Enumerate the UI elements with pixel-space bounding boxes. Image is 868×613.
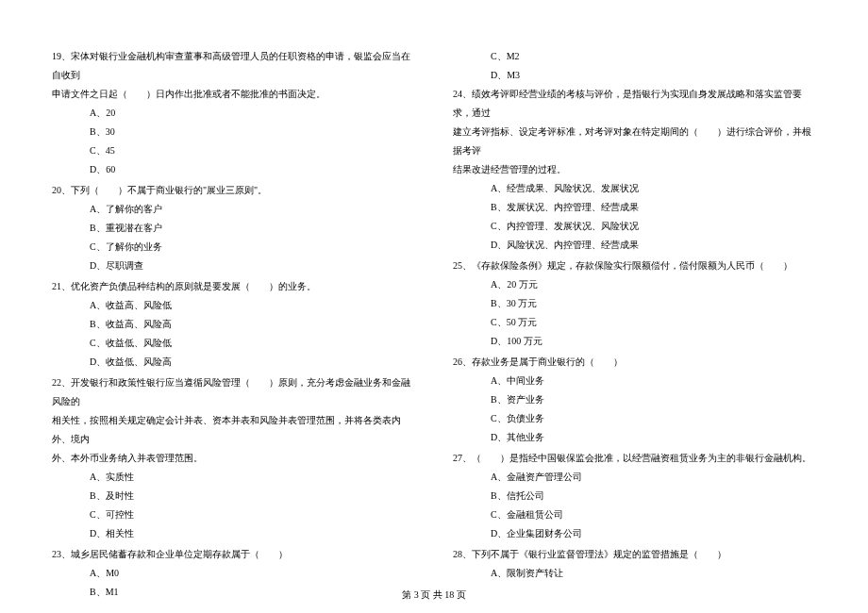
option-b: B、及时性 — [52, 487, 415, 505]
option-d: D、风险状况、内控管理、经营成果 — [453, 236, 816, 255]
option-a: A、收益高、风险低 — [52, 296, 415, 315]
question-continuation: 外、本外币业务纳入并表管理范围。 — [52, 449, 415, 468]
option-b: B、资产业务 — [453, 390, 816, 409]
option-d: D、其他业务 — [453, 428, 816, 447]
option-d: D、相关性 — [52, 524, 415, 543]
question-text: 23、城乡居民储蓄存款和企业单位定期存款属于（ ） — [52, 545, 415, 564]
question-19: 19、宋体对银行业金融机构审查董事和高级管理人员的任职资格的申请，银监会应当在自… — [52, 47, 415, 179]
option-a: A、金融资产管理公司 — [453, 468, 816, 487]
question-22: 22、开发银行和政策性银行应当遵循风险管理（ ）原则，充分考虑金融业务和金融风险… — [52, 373, 415, 543]
question-27: 27、（ ）是指经中国银保监会批准，以经营融资租赁业务为主的非银行金融机构。 A… — [453, 449, 816, 543]
option-b: B、发展状况、内控管理、经营成果 — [453, 198, 816, 217]
option-b: B、30 万元 — [453, 294, 816, 313]
question-24: 24、绩效考评即经营业绩的考核与评价，是指银行为实现自身发展战略和落实监管要求，… — [453, 85, 816, 255]
question-continuation: 申请文件之日起（ ）日内作出批准或者不能批准的书面决定。 — [52, 85, 415, 104]
question-text: 19、宋体对银行业金融机构审查董事和高级管理人员的任职资格的申请，银监会应当在自… — [52, 47, 415, 85]
question-text: 27、（ ）是指经中国银保监会批准，以经营融资租赁业务为主的非银行金融机构。 — [453, 449, 816, 468]
page-footer: 第 3 页 共 18 页 — [0, 588, 868, 602]
question-text: 24、绩效考评即经营业绩的考核与评价，是指银行为实现自身发展战略和落实监管要求，… — [453, 85, 816, 123]
option-b: B、信托公司 — [453, 487, 816, 505]
option-d: D、M3 — [453, 66, 816, 85]
option-d: D、收益低、风险高 — [52, 353, 415, 372]
question-continuation: 相关性，按照相关规定确定会计并表、资本并表和风险并表管理范围，并将各类表内外、境… — [52, 411, 415, 449]
option-a: A、M0 — [52, 564, 415, 583]
question-text: 25、《存款保险条例》规定，存款保险实行限额偿付，偿付限额为人民币（ ） — [453, 257, 816, 275]
option-d: D、尽职调查 — [52, 257, 415, 275]
option-a: A、限制资产转让 — [453, 564, 816, 583]
option-b: B、收益高、风险高 — [52, 315, 415, 334]
question-text: 26、存款业务是属于商业银行的（ ） — [453, 353, 816, 372]
two-column-layout: 19、宋体对银行业金融机构审查董事和高级管理人员的任职资格的申请，银监会应当在自… — [52, 47, 816, 575]
option-a: A、20 万元 — [453, 275, 816, 294]
option-c: C、M2 — [453, 47, 816, 66]
question-text: 22、开发银行和政策性银行应当遵循风险管理（ ）原则，充分考虑金融业务和金融风险… — [52, 373, 415, 411]
option-a: A、20 — [52, 104, 415, 123]
option-c: C、收益低、风险低 — [52, 334, 415, 353]
option-c: C、金融租赁公司 — [453, 505, 816, 524]
question-text: 20、下列（ ）不属于商业银行的"展业三原则"。 — [52, 181, 415, 200]
option-c: C、了解你的业务 — [52, 238, 415, 257]
question-continuation: 结果改进经营管理的过程。 — [453, 160, 816, 179]
option-b: B、30 — [52, 123, 415, 141]
option-a: A、中间业务 — [453, 372, 816, 390]
option-d: D、100 万元 — [453, 332, 816, 351]
question-28: 28、下列不属于《银行业监督管理法》规定的监管措施是（ ） A、限制资产转让 — [453, 545, 816, 583]
option-a: A、了解你的客户 — [52, 200, 415, 219]
option-a: A、经营成果、风险状况、发展状况 — [453, 179, 816, 198]
question-25: 25、《存款保险条例》规定，存款保险实行限额偿付，偿付限额为人民币（ ） A、2… — [453, 257, 816, 351]
option-a: A、实质性 — [52, 468, 415, 487]
question-21: 21、优化资产负债品种结构的原则就是要发展（ ）的业务。 A、收益高、风险低 B… — [52, 277, 415, 372]
left-column: 19、宋体对银行业金融机构审查董事和高级管理人员的任职资格的申请，银监会应当在自… — [52, 47, 415, 575]
right-column: C、M2 D、M3 24、绩效考评即经营业绩的考核与评价，是指银行为实现自身发展… — [453, 47, 816, 575]
option-c: C、可控性 — [52, 505, 415, 524]
option-c: C、负债业务 — [453, 409, 816, 428]
option-d: D、企业集团财务公司 — [453, 524, 816, 543]
question-26: 26、存款业务是属于商业银行的（ ） A、中间业务 B、资产业务 C、负债业务 … — [453, 353, 816, 447]
question-text: 21、优化资产负债品种结构的原则就是要发展（ ）的业务。 — [52, 277, 415, 296]
option-c: C、45 — [52, 141, 415, 160]
option-c: C、内控管理、发展状况、风险状况 — [453, 217, 816, 236]
question-20: 20、下列（ ）不属于商业银行的"展业三原则"。 A、了解你的客户 B、重视潜在… — [52, 181, 415, 275]
option-b: B、重视潜在客户 — [52, 219, 415, 238]
option-c: C、50 万元 — [453, 313, 816, 332]
option-d: D、60 — [52, 160, 415, 179]
question-continuation: 建立考评指标、设定考评标准，对考评对象在特定期间的（ ）进行综合评价，并根据考评 — [453, 123, 816, 160]
question-text: 28、下列不属于《银行业监督管理法》规定的监管措施是（ ） — [453, 545, 816, 564]
